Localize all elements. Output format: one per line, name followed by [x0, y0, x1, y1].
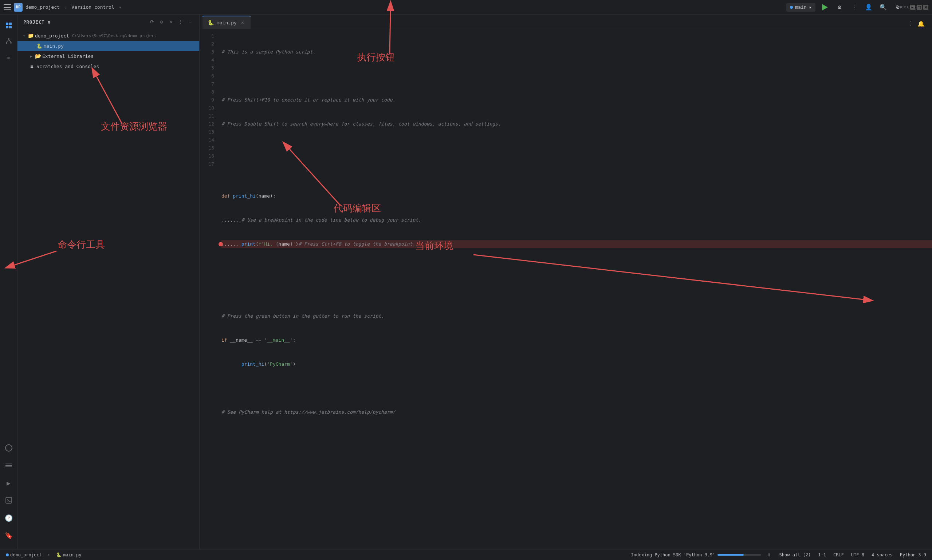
title-bar-left: DP demo_project › Version control ▾ [4, 3, 786, 12]
status-indentation-text: 4 spaces [872, 552, 893, 557]
sidebar-action-refresh[interactable]: ⟳ [149, 18, 156, 25]
code-line-8: .......# Use a breakpoint in the code li… [221, 216, 932, 224]
tree-arrow-ext: ▶ [29, 54, 34, 58]
svg-rect-2 [6, 26, 8, 28]
code-line-6 [221, 168, 932, 176]
folder-icon-project: 📁 [28, 33, 34, 38]
line-numbers: 123456 789101112 1314151617 [200, 29, 219, 549]
version-control-menu[interactable]: Version control [71, 5, 114, 10]
activity-icon-more[interactable]: ⋯ [2, 50, 16, 65]
user-icon[interactable]: 👤 [864, 2, 874, 12]
hamburger-menu-icon[interactable] [4, 5, 11, 10]
svg-point-6 [10, 42, 12, 44]
activity-icon-clock[interactable]: 🕐 [2, 511, 16, 525]
code-line-14: .......print_hi('PyCharm') [221, 360, 932, 368]
run-config-name: main [795, 5, 806, 10]
tree-label-scratches: Scratches and Consoles [36, 64, 99, 69]
status-show-all[interactable]: Show all (2) [778, 549, 813, 560]
tree-item-scratches[interactable]: ≡ Scratches and Consoles [17, 61, 199, 71]
run-triangle-icon [822, 4, 828, 11]
activity-bottom: ▶ 🕐 🔖 [2, 440, 16, 546]
code-line-16: # See PyCharm help at https://www.jetbra… [221, 408, 932, 416]
code-line-7: def print_hi(name): [221, 192, 932, 200]
svg-rect-1 [9, 23, 12, 25]
project-logo: DP [14, 3, 23, 12]
editor: 123456 789101112 1314151617 # This is a … [200, 29, 932, 549]
status-python-version[interactable]: Python 3.9 [898, 549, 927, 560]
title-separator: › [64, 5, 67, 10]
code-line-11 [221, 288, 932, 296]
sidebar: Project ∨ ⟳ ⚙ ✕ ⋮ − ▾ 📁 demo_project C:\… [17, 15, 200, 549]
status-project-name: demo_project [10, 552, 42, 557]
code-line-9: .......print(f'Hi, {name}') # Press Ctrl… [221, 240, 932, 248]
run-config-selector[interactable]: main ▾ [786, 3, 815, 12]
status-line-col[interactable]: 1:1 [816, 549, 827, 560]
tree-item-external-libs[interactable]: ▶ 📂 External Libraries [17, 51, 199, 61]
status-file-name: main.py [63, 552, 82, 557]
tab-more-icon[interactable]: ⋮ [906, 18, 916, 29]
activity-icon-structure[interactable] [2, 34, 16, 49]
tab-close-button[interactable]: ✕ [240, 20, 245, 25]
svg-line-7 [6, 40, 9, 42]
status-python-version-text: Python 3.9 [900, 552, 926, 557]
status-separator: › [48, 552, 50, 557]
status-project[interactable]: demo_project [5, 549, 43, 560]
svg-rect-0 [6, 23, 8, 25]
run-button[interactable] [820, 2, 830, 12]
activity-icon-layers[interactable] [2, 458, 16, 473]
tree-path-project: C:\Users\Scm97\Desktop\demo_project [72, 34, 157, 38]
search-icon[interactable]: 🔍 [878, 2, 888, 12]
status-show-all-text: Show all (2) [779, 552, 811, 557]
status-indentation[interactable]: 4 spaces [870, 549, 894, 560]
sidebar-header: Project ∨ ⟳ ⚙ ✕ ⋮ − [17, 15, 199, 29]
sidebar-actions: ⟳ ⚙ ✕ ⋮ − [149, 18, 193, 25]
code-line-13: if __name__ == '__main__': [221, 336, 932, 344]
title-separator2: ▾ [119, 5, 122, 10]
tab-file-icon: 🐍 [208, 20, 214, 25]
editor-tabs: 🐍 main.py ✕ ⋮ 🔔 [200, 15, 932, 29]
activity-icon-bookmark[interactable]: 🔖 [2, 528, 16, 543]
project-name[interactable]: demo_project [26, 5, 60, 10]
code-line-4: # Press Double Shift to search everywher… [221, 120, 932, 128]
code-line-15 [221, 384, 932, 392]
activity-bar: ⋯ ▶ 🕐 🔖 [0, 15, 17, 549]
status-file[interactable]: 🐍 main.py [55, 549, 83, 560]
python-file-icon: 🐍 [36, 43, 42, 49]
status-progress: Indexing Python SDK 'Python 3.9' ⏸ [631, 550, 773, 560]
svg-point-4 [8, 38, 9, 40]
code-line-5 [221, 144, 932, 152]
status-file-icon: 🐍 [56, 552, 62, 557]
notification-icon[interactable]: 🔔 [916, 18, 926, 29]
tree-arrow-project: ▾ [22, 34, 26, 38]
status-line-ending[interactable]: CRLF [832, 549, 845, 560]
sidebar-content: ▾ 📁 demo_project C:\Users\Scm97\Desktop\… [17, 29, 199, 549]
debug-button[interactable]: ⚙ [835, 2, 845, 12]
tree-label-main-py: main.py [44, 43, 64, 49]
activity-icon-plugins[interactable] [2, 441, 16, 455]
activity-icon-project[interactable] [2, 18, 16, 33]
status-encoding[interactable]: UTF-8 [850, 549, 866, 560]
tab-label-main-py: main.py [217, 20, 237, 25]
editor-tab-main-py[interactable]: 🐍 main.py ✕ [202, 15, 251, 29]
code-line-2 [221, 72, 932, 80]
more-options-button[interactable]: ⋮ [849, 2, 859, 12]
activity-icon-play[interactable]: ▶ [2, 475, 16, 490]
scratches-icon: ≡ [29, 63, 35, 69]
tree-item-project-root[interactable]: ▾ 📁 demo_project C:\Users\Scm97\Desktop\… [17, 31, 199, 41]
sidebar-action-settings[interactable]: ⚙ [159, 18, 165, 25]
status-dot [6, 554, 9, 556]
status-pause-icon[interactable]: ⏸ [763, 550, 773, 560]
run-config-dot [790, 6, 793, 9]
sidebar-action-minimize[interactable]: − [187, 18, 193, 25]
activity-icon-terminal[interactable] [2, 493, 16, 508]
tree-item-main-py[interactable]: 🐍 main.py [17, 41, 199, 51]
status-line-ending-text: CRLF [833, 552, 844, 557]
sidebar-action-more[interactable]: ⋮ [177, 18, 184, 25]
editor-area: 🐍 main.py ✕ ⋮ 🔔 123456 789101112 1314151… [200, 15, 932, 549]
code-content[interactable]: # This is a sample Python script. # Pres… [219, 29, 932, 549]
code-line-17 [221, 432, 932, 440]
tree-label-project: demo_project [35, 33, 69, 38]
sidebar-action-close[interactable]: ✕ [168, 18, 174, 25]
svg-line-8 [9, 40, 11, 42]
status-bar: demo_project › 🐍 main.py Indexing Python… [0, 549, 932, 560]
